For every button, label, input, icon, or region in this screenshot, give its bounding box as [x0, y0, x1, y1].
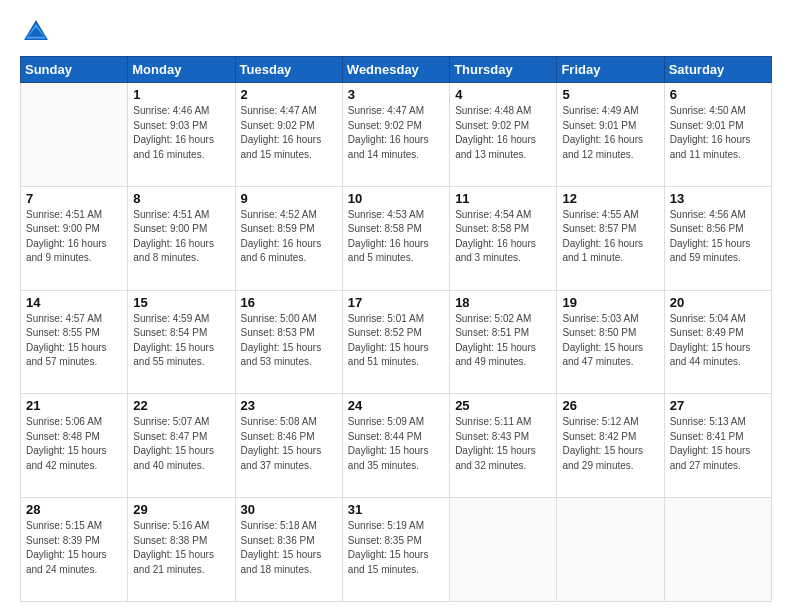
- day-number: 25: [455, 398, 551, 413]
- header: [20, 16, 772, 48]
- day-number: 12: [562, 191, 658, 206]
- day-info: Sunrise: 4:49 AMSunset: 9:01 PMDaylight:…: [562, 104, 658, 162]
- day-number: 11: [455, 191, 551, 206]
- calendar-cell: 23Sunrise: 5:08 AMSunset: 8:46 PMDayligh…: [235, 394, 342, 498]
- day-number: 3: [348, 87, 444, 102]
- calendar-cell: 7Sunrise: 4:51 AMSunset: 9:00 PMDaylight…: [21, 186, 128, 290]
- day-number: 4: [455, 87, 551, 102]
- day-info: Sunrise: 4:47 AMSunset: 9:02 PMDaylight:…: [348, 104, 444, 162]
- calendar-cell: 22Sunrise: 5:07 AMSunset: 8:47 PMDayligh…: [128, 394, 235, 498]
- day-number: 16: [241, 295, 337, 310]
- day-number: 17: [348, 295, 444, 310]
- calendar-cell: [21, 83, 128, 187]
- weekday-saturday: Saturday: [664, 57, 771, 83]
- calendar-cell: 29Sunrise: 5:16 AMSunset: 8:38 PMDayligh…: [128, 498, 235, 602]
- calendar-cell: [664, 498, 771, 602]
- day-number: 22: [133, 398, 229, 413]
- day-number: 14: [26, 295, 122, 310]
- day-info: Sunrise: 4:50 AMSunset: 9:01 PMDaylight:…: [670, 104, 766, 162]
- calendar-cell: 15Sunrise: 4:59 AMSunset: 8:54 PMDayligh…: [128, 290, 235, 394]
- calendar-cell: 16Sunrise: 5:00 AMSunset: 8:53 PMDayligh…: [235, 290, 342, 394]
- day-number: 21: [26, 398, 122, 413]
- logo: [20, 16, 58, 48]
- day-number: 5: [562, 87, 658, 102]
- calendar-cell: 8Sunrise: 4:51 AMSunset: 9:00 PMDaylight…: [128, 186, 235, 290]
- day-info: Sunrise: 5:13 AMSunset: 8:41 PMDaylight:…: [670, 415, 766, 473]
- day-info: Sunrise: 4:51 AMSunset: 9:00 PMDaylight:…: [133, 208, 229, 266]
- calendar-cell: 25Sunrise: 5:11 AMSunset: 8:43 PMDayligh…: [450, 394, 557, 498]
- day-number: 29: [133, 502, 229, 517]
- day-number: 9: [241, 191, 337, 206]
- day-info: Sunrise: 5:03 AMSunset: 8:50 PMDaylight:…: [562, 312, 658, 370]
- day-info: Sunrise: 4:56 AMSunset: 8:56 PMDaylight:…: [670, 208, 766, 266]
- weekday-sunday: Sunday: [21, 57, 128, 83]
- calendar-cell: 1Sunrise: 4:46 AMSunset: 9:03 PMDaylight…: [128, 83, 235, 187]
- calendar-cell: 13Sunrise: 4:56 AMSunset: 8:56 PMDayligh…: [664, 186, 771, 290]
- week-row-3: 14Sunrise: 4:57 AMSunset: 8:55 PMDayligh…: [21, 290, 772, 394]
- weekday-header-row: SundayMondayTuesdayWednesdayThursdayFrid…: [21, 57, 772, 83]
- day-info: Sunrise: 4:55 AMSunset: 8:57 PMDaylight:…: [562, 208, 658, 266]
- calendar-cell: 31Sunrise: 5:19 AMSunset: 8:35 PMDayligh…: [342, 498, 449, 602]
- calendar-cell: 2Sunrise: 4:47 AMSunset: 9:02 PMDaylight…: [235, 83, 342, 187]
- weekday-tuesday: Tuesday: [235, 57, 342, 83]
- calendar-cell: 30Sunrise: 5:18 AMSunset: 8:36 PMDayligh…: [235, 498, 342, 602]
- day-number: 24: [348, 398, 444, 413]
- calendar-cell: 21Sunrise: 5:06 AMSunset: 8:48 PMDayligh…: [21, 394, 128, 498]
- day-info: Sunrise: 5:11 AMSunset: 8:43 PMDaylight:…: [455, 415, 551, 473]
- day-info: Sunrise: 5:01 AMSunset: 8:52 PMDaylight:…: [348, 312, 444, 370]
- day-number: 31: [348, 502, 444, 517]
- day-info: Sunrise: 5:09 AMSunset: 8:44 PMDaylight:…: [348, 415, 444, 473]
- day-number: 26: [562, 398, 658, 413]
- day-number: 13: [670, 191, 766, 206]
- day-number: 19: [562, 295, 658, 310]
- day-info: Sunrise: 4:59 AMSunset: 8:54 PMDaylight:…: [133, 312, 229, 370]
- day-number: 27: [670, 398, 766, 413]
- calendar-cell: 27Sunrise: 5:13 AMSunset: 8:41 PMDayligh…: [664, 394, 771, 498]
- day-info: Sunrise: 4:46 AMSunset: 9:03 PMDaylight:…: [133, 104, 229, 162]
- calendar-cell: 11Sunrise: 4:54 AMSunset: 8:58 PMDayligh…: [450, 186, 557, 290]
- calendar-cell: 26Sunrise: 5:12 AMSunset: 8:42 PMDayligh…: [557, 394, 664, 498]
- calendar-cell: 4Sunrise: 4:48 AMSunset: 9:02 PMDaylight…: [450, 83, 557, 187]
- day-info: Sunrise: 5:00 AMSunset: 8:53 PMDaylight:…: [241, 312, 337, 370]
- day-number: 30: [241, 502, 337, 517]
- day-number: 23: [241, 398, 337, 413]
- calendar-cell: 14Sunrise: 4:57 AMSunset: 8:55 PMDayligh…: [21, 290, 128, 394]
- day-info: Sunrise: 4:48 AMSunset: 9:02 PMDaylight:…: [455, 104, 551, 162]
- page: SundayMondayTuesdayWednesdayThursdayFrid…: [0, 0, 792, 612]
- day-info: Sunrise: 4:53 AMSunset: 8:58 PMDaylight:…: [348, 208, 444, 266]
- day-info: Sunrise: 5:12 AMSunset: 8:42 PMDaylight:…: [562, 415, 658, 473]
- calendar-cell: 6Sunrise: 4:50 AMSunset: 9:01 PMDaylight…: [664, 83, 771, 187]
- day-info: Sunrise: 5:07 AMSunset: 8:47 PMDaylight:…: [133, 415, 229, 473]
- day-number: 10: [348, 191, 444, 206]
- day-info: Sunrise: 4:57 AMSunset: 8:55 PMDaylight:…: [26, 312, 122, 370]
- calendar-cell: 9Sunrise: 4:52 AMSunset: 8:59 PMDaylight…: [235, 186, 342, 290]
- weekday-thursday: Thursday: [450, 57, 557, 83]
- calendar-cell: 28Sunrise: 5:15 AMSunset: 8:39 PMDayligh…: [21, 498, 128, 602]
- week-row-4: 21Sunrise: 5:06 AMSunset: 8:48 PMDayligh…: [21, 394, 772, 498]
- day-number: 2: [241, 87, 337, 102]
- day-info: Sunrise: 5:16 AMSunset: 8:38 PMDaylight:…: [133, 519, 229, 577]
- calendar-cell: 3Sunrise: 4:47 AMSunset: 9:02 PMDaylight…: [342, 83, 449, 187]
- calendar-cell: 18Sunrise: 5:02 AMSunset: 8:51 PMDayligh…: [450, 290, 557, 394]
- calendar-cell: 5Sunrise: 4:49 AMSunset: 9:01 PMDaylight…: [557, 83, 664, 187]
- calendar-cell: 19Sunrise: 5:03 AMSunset: 8:50 PMDayligh…: [557, 290, 664, 394]
- week-row-2: 7Sunrise: 4:51 AMSunset: 9:00 PMDaylight…: [21, 186, 772, 290]
- calendar-cell: 10Sunrise: 4:53 AMSunset: 8:58 PMDayligh…: [342, 186, 449, 290]
- calendar-cell: 17Sunrise: 5:01 AMSunset: 8:52 PMDayligh…: [342, 290, 449, 394]
- day-info: Sunrise: 5:04 AMSunset: 8:49 PMDaylight:…: [670, 312, 766, 370]
- day-number: 1: [133, 87, 229, 102]
- logo-icon: [20, 16, 52, 48]
- day-number: 8: [133, 191, 229, 206]
- calendar-cell: [557, 498, 664, 602]
- day-number: 18: [455, 295, 551, 310]
- weekday-monday: Monday: [128, 57, 235, 83]
- day-info: Sunrise: 4:52 AMSunset: 8:59 PMDaylight:…: [241, 208, 337, 266]
- day-info: Sunrise: 4:51 AMSunset: 9:00 PMDaylight:…: [26, 208, 122, 266]
- week-row-5: 28Sunrise: 5:15 AMSunset: 8:39 PMDayligh…: [21, 498, 772, 602]
- day-info: Sunrise: 4:54 AMSunset: 8:58 PMDaylight:…: [455, 208, 551, 266]
- calendar-cell: 24Sunrise: 5:09 AMSunset: 8:44 PMDayligh…: [342, 394, 449, 498]
- day-info: Sunrise: 5:02 AMSunset: 8:51 PMDaylight:…: [455, 312, 551, 370]
- calendar-cell: 12Sunrise: 4:55 AMSunset: 8:57 PMDayligh…: [557, 186, 664, 290]
- day-info: Sunrise: 5:08 AMSunset: 8:46 PMDaylight:…: [241, 415, 337, 473]
- day-number: 20: [670, 295, 766, 310]
